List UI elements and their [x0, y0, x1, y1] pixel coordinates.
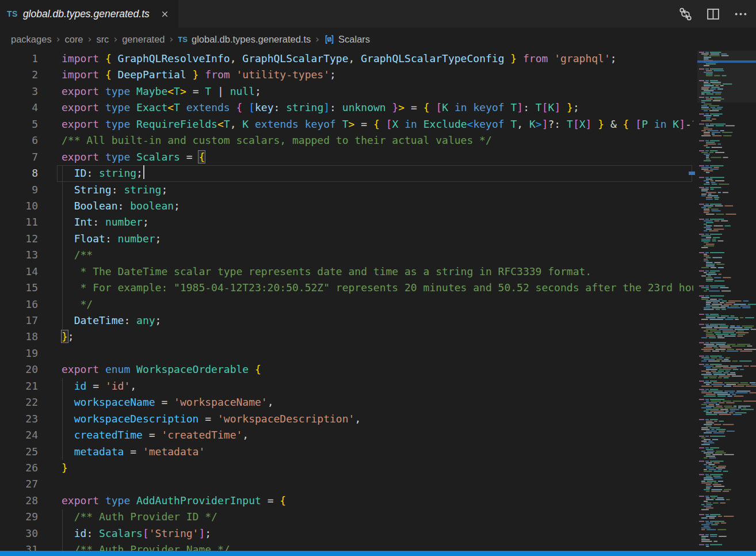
code-line[interactable]: * The DateTime scalar type represents da… — [62, 264, 693, 280]
code-token: { — [105, 52, 112, 64]
code-line[interactable]: }; — [62, 329, 693, 345]
line-number[interactable]: 26 — [0, 460, 38, 476]
code-token: : — [86, 167, 99, 179]
line-number[interactable]: 3 — [0, 83, 38, 100]
line-number[interactable]: 28 — [0, 493, 38, 509]
code-token: = — [354, 118, 373, 130]
code-line[interactable]: Int: number; — [62, 214, 693, 230]
code-line[interactable]: export type Maybe<T> = T | null; — [62, 83, 693, 100]
minimap[interactable] — [697, 51, 756, 551]
line-number[interactable]: 9 — [0, 182, 38, 198]
code-token: /** — [62, 249, 93, 261]
breadcrumb-item-generated[interactable]: generated — [122, 34, 165, 44]
code-token: ] — [679, 118, 685, 130]
breadcrumb-item-core[interactable]: core — [64, 34, 83, 44]
breadcrumb-item-file[interactable]: global.db.types.generated.ts — [192, 34, 311, 45]
code-line[interactable]: } — [62, 460, 693, 476]
line-number[interactable]: 15 — [0, 280, 38, 296]
breadcrumb-separator: › — [109, 33, 122, 45]
line-number[interactable]: 16 — [0, 296, 38, 313]
code-token — [62, 167, 74, 179]
breadcrumb-item-packages[interactable]: packages — [11, 34, 52, 44]
open-changes-button[interactable] — [675, 4, 695, 24]
line-number[interactable]: 29 — [0, 509, 38, 525]
minimap-slider[interactable] — [697, 51, 756, 102]
code-token: = — [198, 413, 217, 425]
line-number[interactable]: 18 — [0, 329, 38, 345]
code-token: > — [536, 118, 542, 130]
line-number[interactable]: 10 — [0, 198, 38, 214]
code-line[interactable]: export enum WorkspaceOrderable { — [62, 361, 693, 378]
code-line[interactable]: export type RequireFields<T, K extends k… — [62, 116, 693, 132]
line-number[interactable]: 20 — [0, 361, 38, 378]
line-number[interactable]: 7 — [0, 149, 38, 165]
code-line[interactable]: /** Auth Provider Name */ — [62, 542, 693, 551]
tab-global-db-types[interactable]: TS global.db.types.generated.ts — [0, 0, 178, 28]
code-token: : — [124, 314, 136, 326]
code-line[interactable]: */ — [62, 296, 693, 313]
line-number[interactable]: 17 — [0, 313, 38, 329]
code-line[interactable]: id: Scalars['String']; — [62, 525, 693, 542]
line-number[interactable]: 25 — [0, 444, 38, 460]
line-number[interactable]: 2 — [0, 67, 38, 83]
code-line[interactable]: export type Scalars = { — [62, 149, 693, 165]
code-line[interactable]: DateTime: any; — [62, 313, 693, 329]
line-number[interactable]: 4 — [0, 100, 38, 116]
code-token: [ — [143, 527, 149, 539]
line-number[interactable]: 1 — [0, 51, 38, 67]
overview-ruler[interactable] — [688, 51, 697, 551]
code-line[interactable]: import { DeepPartial } from 'utility-typ… — [62, 67, 693, 83]
code-token: in — [654, 118, 667, 130]
line-number[interactable]: 8 — [0, 165, 38, 181]
code-editor[interactable]: 1234567891011121314151617181920212223242… — [0, 51, 693, 551]
line-number[interactable]: 11 — [0, 214, 38, 230]
code-token: RequireFields — [136, 118, 217, 130]
line-number[interactable]: 12 — [0, 231, 38, 247]
split-editor-icon — [706, 7, 720, 21]
code-line[interactable] — [62, 476, 693, 492]
code-line[interactable]: ID: string; — [62, 165, 693, 181]
line-number[interactable]: 31 — [0, 542, 38, 551]
line-number[interactable]: 5 — [0, 116, 38, 132]
breadcrumb-item-symbol[interactable]: Scalars — [338, 34, 370, 45]
code-token: ?: — [548, 118, 567, 130]
line-number[interactable]: 23 — [0, 411, 38, 427]
breadcrumb-item-src[interactable]: src — [96, 34, 109, 44]
split-editor-button[interactable] — [703, 4, 723, 24]
code-token: extends — [255, 118, 299, 130]
code-token: , — [230, 52, 236, 64]
code-line[interactable]: Boolean: boolean; — [62, 198, 693, 214]
code-line[interactable]: createdTime = 'createdTime', — [62, 427, 693, 443]
code-line[interactable]: workspaceDescription = 'workspaceDescrip… — [62, 411, 693, 427]
line-number[interactable]: 22 — [0, 394, 38, 410]
line-number[interactable]: 21 — [0, 378, 38, 394]
code-token: K — [673, 118, 679, 130]
code-line[interactable]: export type Exact<T extends { [key: stri… — [62, 100, 693, 116]
line-number[interactable]: 6 — [0, 132, 38, 148]
code-line[interactable]: metadata = 'metadata' — [62, 444, 693, 460]
line-number[interactable]: 14 — [0, 264, 38, 280]
code-token: 'String' — [149, 527, 199, 539]
code-line[interactable]: String: string; — [62, 182, 693, 198]
line-number[interactable]: 24 — [0, 427, 38, 443]
line-number[interactable]: 27 — [0, 476, 38, 492]
code-line[interactable]: id = 'id', — [62, 378, 693, 394]
code-token: , — [354, 413, 361, 425]
code-token: Float — [74, 233, 105, 245]
code-line[interactable]: * For example: "1985-04-12T23:20:50.52Z"… — [62, 280, 693, 296]
close-tab-button[interactable] — [158, 7, 171, 21]
code-line[interactable]: /** — [62, 247, 693, 263]
code-token: { — [623, 118, 629, 130]
code-token: > — [349, 118, 355, 130]
code-line[interactable]: workspaceName = 'workspaceName', — [62, 394, 693, 410]
line-number[interactable]: 30 — [0, 525, 38, 542]
code-line[interactable]: Float: number; — [62, 231, 693, 247]
line-number[interactable]: 19 — [0, 345, 38, 361]
code-line[interactable]: /** All built-in and custom scalars, map… — [62, 132, 693, 148]
code-line[interactable]: /** Auth Provider ID */ — [62, 509, 693, 525]
code-line[interactable]: import { GraphQLResolveInfo, GraphQLScal… — [62, 51, 693, 67]
code-line[interactable] — [62, 345, 693, 361]
code-line[interactable]: export type AddAuthProviderInput = { — [62, 493, 693, 509]
more-actions-button[interactable] — [731, 4, 750, 24]
line-number[interactable]: 13 — [0, 247, 38, 263]
